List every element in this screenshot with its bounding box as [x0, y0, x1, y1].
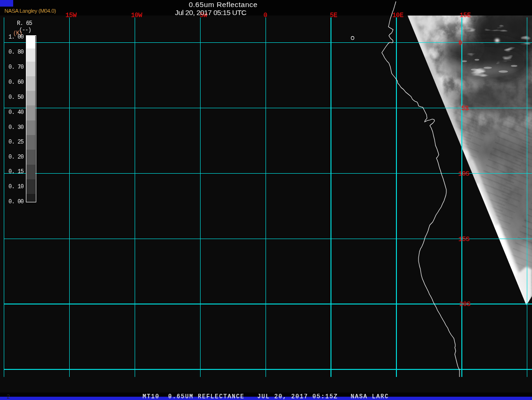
svg-text:20S: 20S	[459, 301, 471, 308]
svg-text:0. 00: 0. 00	[8, 199, 24, 205]
svg-text:2: 2	[7, 394, 10, 400]
svg-text:10W: 10W	[131, 12, 143, 19]
svg-text:15W: 15W	[65, 12, 77, 19]
svg-text:0. 10: 0. 10	[8, 184, 24, 190]
svg-text:0. 25: 0. 25	[8, 139, 24, 145]
svg-text:R. 65: R. 65	[17, 20, 32, 27]
svg-text:0: 0	[459, 40, 462, 47]
svg-text:0: 0	[264, 12, 267, 19]
svg-text:0. 40: 0. 40	[8, 109, 24, 116]
svg-text:0. 15: 0. 15	[8, 168, 24, 175]
svg-text:NASA Langley (M04.0): NASA Langley (M04.0)	[5, 8, 56, 14]
svg-text:0. 80: 0. 80	[8, 49, 24, 56]
svg-text:10S: 10S	[458, 170, 469, 177]
svg-text:10E: 10E	[392, 12, 403, 19]
svg-text:5E: 5E	[330, 12, 338, 19]
svg-text:15S: 15S	[459, 236, 470, 243]
svg-text:0. 70: 0. 70	[8, 64, 24, 71]
svg-text:MT10 0.65UM REFLECTANCE JUL: MT10 0.65UM REFLECTANCE JUL 20, 2017 05:…	[143, 393, 389, 400]
svg-text:15E: 15E	[459, 12, 471, 19]
svg-text:5S: 5S	[461, 105, 469, 112]
svg-text:0.65um Reflectance: 0.65um Reflectance	[189, 0, 258, 8]
svg-text:0. 20: 0. 20	[8, 154, 24, 160]
svg-text:1. 00: 1. 00	[8, 34, 24, 40]
svg-text:0. 30: 0. 30	[8, 124, 24, 131]
svg-text:Jul 20, 2017 05:15 UTC: Jul 20, 2017 05:15 UTC	[175, 8, 247, 16]
svg-text:0. 50: 0. 50	[8, 94, 24, 101]
svg-text:0. 60: 0. 60	[8, 79, 24, 86]
